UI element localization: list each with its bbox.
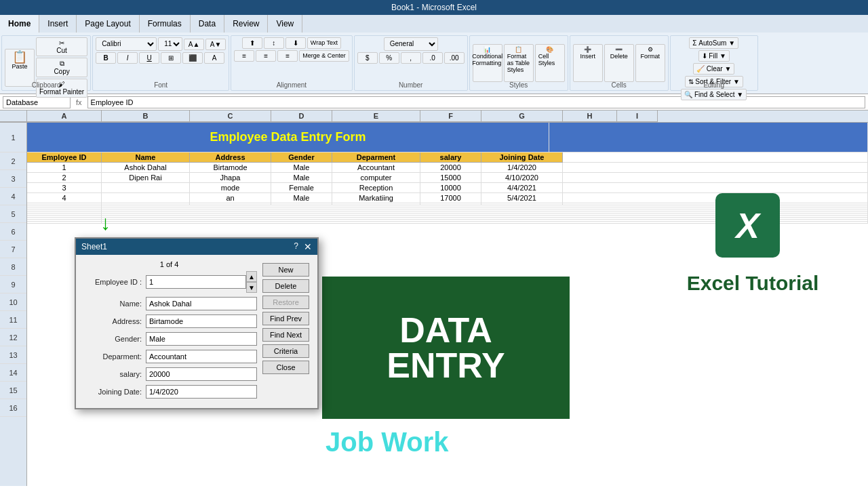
find-prev-button[interactable]: Find Prev [262,312,309,325]
formula-input[interactable] [87,96,865,108]
cell-name-4[interactable] [102,193,190,203]
header-salary[interactable]: salary [420,152,481,163]
align-right-button[interactable]: ≡ [277,50,298,62]
cell-gender-2[interactable]: Male [271,173,332,183]
fill-button[interactable]: ⬇ Fill ▼ [698,50,730,62]
cell-salary-3[interactable]: 10000 [420,183,481,193]
title-cell[interactable]: Employee Data Entry Form [27,123,549,152]
cell-gender-4[interactable]: Male [271,193,332,203]
header-joining-date[interactable]: Joining Date [481,152,563,163]
cell-id-3[interactable]: 3 [27,183,102,193]
col-header-e[interactable]: E [332,110,420,122]
empty-cell-16a[interactable] [27,222,102,224]
col-header-f[interactable]: F [420,110,481,122]
number-format-select[interactable]: General [384,37,438,51]
copy-button[interactable]: ⧉ Copy [36,58,87,77]
cell-id-1[interactable]: 1 [27,163,102,173]
col-header-g[interactable]: G [481,110,563,122]
col-header-b[interactable]: B [102,110,190,122]
header-gender[interactable]: Gender [271,152,332,163]
underline-button[interactable]: U [139,52,159,64]
tab-review[interactable]: Review [224,15,268,33]
cell-gender-1[interactable]: Male [271,163,332,173]
align-top-button[interactable]: ⬆ [242,37,262,49]
cell-dept-4[interactable]: Markatiing [332,193,420,203]
tab-page-layout[interactable]: Page Layout [77,15,139,33]
fill-color-button[interactable]: ⬛ [182,52,203,64]
cell-salary-4[interactable]: 17000 [420,193,481,203]
format-as-table-button[interactable]: 📋 Format as Table Styles [504,44,534,82]
criteria-button[interactable]: Criteria [262,344,309,358]
cell-date-1[interactable]: 1/4/2020 [481,163,563,173]
input-name[interactable] [146,297,257,310]
cell-name-2[interactable]: Dipen Rai [102,173,190,183]
cell-date-4[interactable]: 5/4/2021 [481,193,563,203]
cell-styles-button[interactable]: 🎨 Cell Styles [535,44,565,82]
cell-date-3[interactable]: 4/4/2021 [481,183,563,193]
restore-button[interactable]: Restore [262,296,309,309]
header-department[interactable]: Deparment [332,152,420,163]
name-box[interactable] [3,96,71,108]
input-gender[interactable] [146,332,257,346]
cell-id-2[interactable]: 2 [27,173,102,183]
dialog-question-icon[interactable]: ? [294,241,298,252]
bold-button[interactable]: B [96,52,116,64]
cell-dept-1[interactable]: Accountant [332,163,420,173]
new-button[interactable]: New [262,263,309,277]
cell-dept-2[interactable]: computer [332,173,420,183]
cell-dept-3[interactable]: Reception [332,183,420,193]
format-button[interactable]: ⚙Format [635,44,665,82]
cell-gender-3[interactable]: Female [271,183,332,193]
input-employee-id[interactable] [146,275,246,289]
cell-address-2[interactable]: Jhapa [190,173,271,183]
insert-button[interactable]: ➕Insert [573,44,603,82]
increase-decimal-button[interactable]: .00 [444,52,465,64]
header-employee-id[interactable]: Employee ID [27,152,102,163]
currency-button[interactable]: $ [357,52,378,64]
align-middle-button[interactable]: ↕ [264,37,284,49]
align-left-button[interactable]: ≡ [234,50,254,62]
increase-font-button[interactable]: A▲ [184,39,204,50]
clear-button[interactable]: 🧹 Clear ▼ [693,63,734,75]
cut-button[interactable]: ✂ Cut [36,37,87,56]
col-header-a[interactable]: A [27,110,102,122]
italic-button[interactable]: I [117,52,138,64]
cell-salary-2[interactable]: 15000 [420,173,481,183]
cell-date-2[interactable]: 4/10/2020 [481,173,563,183]
cell-salary-1[interactable]: 20000 [420,163,481,173]
header-address[interactable]: Address [190,152,271,163]
tab-home[interactable]: Home [0,15,39,33]
wrap-text-button[interactable]: Wrap Text [307,37,341,49]
scroll-down-button[interactable]: ▼ [246,282,257,293]
align-center-button[interactable]: ≡ [256,50,276,62]
dialog-close-button[interactable]: ✕ [304,241,312,252]
cell-address-3[interactable]: mode [190,183,271,193]
close-button[interactable]: Close [262,361,309,374]
tab-insert[interactable]: Insert [39,15,77,33]
scroll-up-button[interactable]: ▲ [246,271,257,282]
input-address[interactable] [146,314,257,328]
tab-formulas[interactable]: Formulas [140,15,191,33]
col-header-d[interactable]: D [271,110,332,122]
borders-button[interactable]: ⊞ [161,52,181,64]
font-color-button[interactable]: A [204,52,224,64]
delete-button[interactable]: ➖Delete [604,44,634,82]
cell-name-1[interactable]: Ashok Dahal [102,163,190,173]
comma-button[interactable]: , [401,52,421,64]
paste-button[interactable]: 📋 Paste [5,49,35,87]
col-header-c[interactable]: C [190,110,271,122]
cell-name-3[interactable] [102,183,190,193]
merge-center-button[interactable]: Merge & Center [299,50,349,62]
percent-button[interactable]: % [379,52,399,64]
font-family-select[interactable]: Calibri [96,37,157,51]
tab-view[interactable]: View [268,15,302,33]
cell-id-4[interactable]: 4 [27,193,102,203]
autosum-button[interactable]: Σ AutoSum ▼ [689,37,738,49]
header-name[interactable]: Name [102,152,190,163]
cell-address-1[interactable]: Birtamode [190,163,271,173]
find-next-button[interactable]: Find Next [262,328,309,342]
tab-data[interactable]: Data [191,15,224,33]
dialog-delete-button[interactable]: Delete [262,279,309,293]
input-department[interactable] [146,350,257,363]
align-bottom-button[interactable]: ⬇ [285,37,306,49]
